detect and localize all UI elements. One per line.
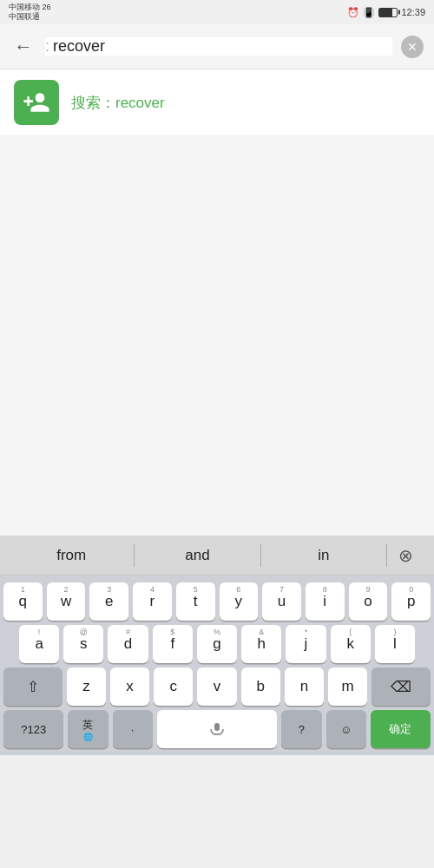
- key-b[interactable]: b: [241, 667, 280, 706]
- key-row-2: !a @s #d $f %g &h *j (k )l: [3, 625, 431, 663]
- key-w[interactable]: 2w: [47, 582, 86, 621]
- key-q[interactable]: 1q: [3, 582, 43, 621]
- clear-icon: ✕: [407, 40, 418, 54]
- key-a[interactable]: !a: [19, 625, 59, 663]
- suggestion-and[interactable]: and: [135, 542, 260, 569]
- suggestion-in[interactable]: in: [261, 542, 386, 569]
- search-query: recover: [53, 37, 105, 56]
- dot-key[interactable]: ·: [113, 710, 153, 748]
- search-result-row[interactable]: 搜索：recover: [0, 69, 434, 136]
- key-i[interactable]: 8i: [306, 582, 345, 621]
- enter-key[interactable]: 确定: [371, 710, 431, 748]
- key-j[interactable]: *j: [286, 625, 326, 663]
- key-z[interactable]: z: [67, 667, 106, 706]
- search-prefix: 搜索：: [71, 95, 115, 111]
- main-content: [0, 136, 434, 536]
- key-t[interactable]: 5t: [176, 582, 215, 621]
- lang-key[interactable]: 英🌐: [68, 710, 108, 748]
- alarm-icon: ⏰: [347, 7, 359, 18]
- suggestion-bar: from and in ⊗: [0, 536, 434, 575]
- key-c[interactable]: c: [154, 667, 193, 706]
- carrier2: 中国联通: [9, 12, 51, 22]
- key-l[interactable]: )l: [375, 625, 415, 663]
- search-label: 搜索：recover: [71, 93, 165, 113]
- space-key[interactable]: [157, 710, 278, 748]
- key-o[interactable]: 9o: [349, 582, 388, 621]
- key-g[interactable]: %g: [197, 625, 237, 663]
- keyboard: 1q 2w 3e 4r 5t 6y 7u 8i 9o 0p !a @s #d $…: [0, 575, 434, 755]
- key-u[interactable]: 7u: [262, 582, 301, 621]
- key-e[interactable]: 3e: [89, 582, 128, 621]
- key-m[interactable]: m: [328, 667, 367, 706]
- key-y[interactable]: 6y: [220, 582, 259, 621]
- backspace-key[interactable]: ⌫: [372, 667, 431, 706]
- suggestion-from[interactable]: from: [9, 542, 134, 569]
- key-h[interactable]: &h: [241, 625, 281, 663]
- mic-icon: [207, 723, 227, 735]
- time: 12:39: [401, 7, 425, 17]
- emoji-key[interactable]: ☺: [326, 710, 366, 748]
- status-bar: 中国移动 26 中国联通 ⏰ 📳 12:39: [0, 0, 434, 24]
- vibrate-icon: 📳: [363, 7, 375, 18]
- search-input-area[interactable]: : recover: [45, 37, 392, 56]
- question-key[interactable]: ?: [281, 710, 321, 748]
- key-v[interactable]: v: [197, 667, 236, 706]
- back-button[interactable]: ←: [10, 32, 36, 62]
- search-colon: :: [45, 37, 49, 56]
- key-f[interactable]: $f: [153, 625, 193, 663]
- search-result-query: recover: [115, 95, 165, 111]
- status-right: ⏰ 📳 12:39: [347, 7, 425, 18]
- key-r[interactable]: 4r: [133, 582, 172, 621]
- keyboard-backspace-suggestion[interactable]: ⊗: [387, 536, 425, 575]
- contact-add-icon: [14, 80, 59, 125]
- num-switch-key[interactable]: ?123: [3, 710, 63, 748]
- key-p[interactable]: 0p: [391, 582, 431, 621]
- carrier1: 中国移动 26: [9, 3, 51, 12]
- key-x[interactable]: x: [110, 667, 149, 706]
- key-d[interactable]: #d: [108, 625, 148, 663]
- svg-rect-0: [214, 723, 220, 731]
- key-s[interactable]: @s: [63, 625, 103, 663]
- clear-button[interactable]: ✕: [401, 36, 424, 58]
- shift-key[interactable]: ⇧: [3, 667, 62, 706]
- carrier-info: 中国移动 26 中国联通: [9, 3, 51, 22]
- battery-icon: [378, 8, 398, 17]
- key-row-bottom: ?123 英🌐 · ? ☺ 确定: [3, 710, 431, 748]
- search-bar: ← : recover ✕: [0, 24, 434, 69]
- key-row-3: ⇧ z x c v b n m ⌫: [3, 667, 431, 706]
- key-row-1: 1q 2w 3e 4r 5t 6y 7u 8i 9o 0p: [3, 582, 431, 621]
- key-k[interactable]: (k: [331, 625, 371, 663]
- key-n[interactable]: n: [285, 667, 324, 706]
- backspace-icon: ⊗: [398, 545, 413, 566]
